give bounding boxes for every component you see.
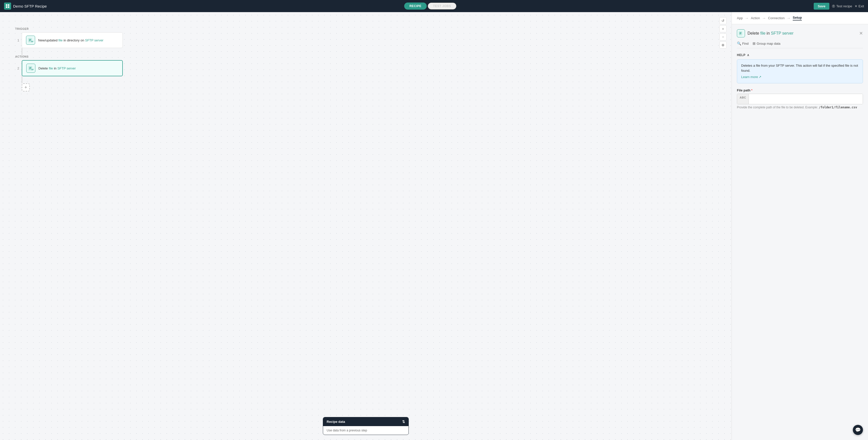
chat-support-button[interactable]: 💬 <box>853 425 863 435</box>
chevron-up-icon: ∧ <box>747 53 749 57</box>
chat-icon: 💬 <box>855 427 861 433</box>
connector-2 <box>22 76 22 83</box>
help-box: Deletes a file from your SFTP server. Th… <box>737 59 863 83</box>
recipe-data-panel: Recipe data ⇅ Use data from a previous s… <box>323 417 409 435</box>
recipe-data-subtitle: Use data from a previous step <box>327 429 367 432</box>
breadcrumb-connection[interactable]: Connection <box>768 16 785 20</box>
help-toggle[interactable]: HELP ∧ <box>737 53 863 57</box>
external-link-icon: ↗ <box>758 74 762 80</box>
step-2-row: 2 SFTP Delete file in SFTP server <box>15 60 123 76</box>
help-section: HELP ∧ Deletes a file from your SFTP ser… <box>737 53 863 83</box>
connector-1 <box>22 48 22 55</box>
test-icon: ⦿ <box>832 4 835 8</box>
svg-rect-10 <box>29 67 31 68</box>
panel-content: Delete file in SFTP server ✕ 🔍 Find ⊞ Gr… <box>732 24 868 440</box>
breadcrumb-setup[interactable]: Setup <box>793 15 802 21</box>
step-2-card[interactable]: SFTP Delete file in SFTP server <box>22 60 123 76</box>
breadcrumb-arrow-1: → <box>745 16 749 21</box>
app-title: Demo SFTP Recipe <box>13 4 47 8</box>
step-1-row: 1 SFTP New/updated file in directory on … <box>15 32 123 48</box>
logo-icon <box>4 2 11 9</box>
app-logo: Demo SFTP Recipe <box>4 2 47 9</box>
step-2-number: 2 <box>15 66 19 70</box>
canvas-zoom-in-button[interactable]: + <box>719 25 726 32</box>
svg-rect-16 <box>740 33 741 33</box>
step-1-card[interactable]: SFTP New/updated file in directory on SF… <box>22 32 123 48</box>
actions-label: ACTIONS <box>15 55 29 58</box>
canvas-controls: ↺ + − ⊕ <box>719 17 726 49</box>
test-recipe-button[interactable]: ⦿ Test recipe <box>832 4 852 8</box>
step-1-icon: SFTP <box>26 36 35 45</box>
svg-rect-6 <box>29 40 31 40</box>
svg-rect-12 <box>29 69 31 69</box>
panel-title-row: Delete file in SFTP server <box>737 29 794 37</box>
file-path-label: File path * <box>737 88 863 92</box>
trigger-label: TRIGGER <box>15 27 29 30</box>
panel-title-link-file[interactable]: file <box>761 31 766 35</box>
file-path-input[interactable] <box>749 94 863 104</box>
panel-title-link-server[interactable]: SFTP server <box>771 31 794 35</box>
canvas-zoom-out-button[interactable]: − <box>719 33 726 40</box>
breadcrumb-arrow-2: → <box>762 16 766 21</box>
panel-sftp-icon <box>737 29 745 37</box>
add-step-button[interactable]: + <box>22 83 30 91</box>
save-button[interactable]: Save <box>814 3 829 9</box>
panel-header: Delete file in SFTP server ✕ <box>737 29 863 37</box>
breadcrumb-app[interactable]: App <box>737 16 743 20</box>
tab-recipe[interactable]: RECIPE <box>404 2 427 9</box>
breadcrumb-arrow-3: → <box>787 16 791 21</box>
step-1-link-file[interactable]: file <box>58 38 63 42</box>
exit-cross-icon: ✕ <box>855 4 858 8</box>
recipe-data-title: Recipe data <box>327 420 345 423</box>
group-map-button[interactable]: ⊞ Group map data <box>752 41 780 45</box>
canvas-fit-button[interactable]: ⊕ <box>719 41 726 49</box>
recipe-canvas[interactable]: ↺ + − ⊕ TRIGGER 1 SFTP <box>0 12 732 440</box>
search-icon: 🔍 <box>737 41 741 45</box>
breadcrumb-action[interactable]: Action <box>751 16 760 20</box>
file-path-hint: Provide the complete path of the file to… <box>737 105 863 109</box>
svg-text:SFTP: SFTP <box>31 68 34 71</box>
step-2-link-server[interactable]: SFTP server <box>57 66 76 70</box>
file-path-input-row: ABC <box>737 94 863 104</box>
panel-title: Delete file in SFTP server <box>747 31 794 36</box>
svg-rect-1 <box>8 4 9 6</box>
svg-rect-5 <box>29 39 31 40</box>
right-panel: App → Action → Connection → Setup <box>732 12 868 440</box>
tab-test-jobs[interactable]: TEST JOBS <box>428 2 456 9</box>
step-1-link-server[interactable]: SFTP server <box>85 38 103 42</box>
svg-rect-15 <box>740 32 741 33</box>
required-indicator: * <box>751 88 752 92</box>
step-2-link-file[interactable]: file <box>49 66 53 70</box>
find-button[interactable]: 🔍 Find <box>737 41 748 45</box>
svg-rect-3 <box>8 6 9 8</box>
help-description: Deletes a file from your SFTP server. Th… <box>741 63 859 73</box>
recipe-data-header: Recipe data ⇅ <box>323 417 408 426</box>
step-1-number: 1 <box>15 38 19 42</box>
recipe-flow: TRIGGER 1 SFTP New/updated fil <box>15 27 123 91</box>
nav-tabs: RECIPE TEST JOBS <box>50 2 811 9</box>
top-navigation: Demo SFTP Recipe RECIPE TEST JOBS Save ⦿… <box>0 0 868 12</box>
step-2-icon: SFTP <box>26 64 35 73</box>
main-layout: ↺ + − ⊕ TRIGGER 1 SFTP <box>0 0 868 440</box>
panel-close-button[interactable]: ✕ <box>859 31 863 36</box>
field-type-badge: ABC <box>737 94 749 104</box>
svg-rect-17 <box>740 34 741 34</box>
panel-toolbar: 🔍 Find ⊞ Group map data <box>737 41 863 48</box>
svg-rect-7 <box>29 41 30 41</box>
svg-rect-0 <box>6 4 7 6</box>
canvas-reset-button[interactable]: ↺ <box>719 17 726 24</box>
group-map-icon: ⊞ <box>752 41 755 45</box>
nav-right-actions: Save ⦿ Test recipe ✕ Exit <box>814 3 864 9</box>
recipe-data-body: Use data from a previous step <box>323 426 408 435</box>
exit-button[interactable]: ✕ Exit <box>855 4 864 8</box>
svg-rect-11 <box>29 68 31 68</box>
learn-more-link[interactable]: Learn more ↗ <box>741 74 762 80</box>
svg-text:SFTP: SFTP <box>31 40 33 43</box>
step-2-text: Delete file in SFTP server <box>38 66 76 70</box>
svg-rect-2 <box>6 6 7 8</box>
step-1-text: New/updated file in directory on SFTP se… <box>38 38 103 42</box>
panel-breadcrumb: App → Action → Connection → Setup <box>732 12 868 24</box>
file-path-field: File path * ABC Provide the complete pat… <box>737 88 863 109</box>
recipe-data-expand-icon[interactable]: ⇅ <box>402 420 405 423</box>
